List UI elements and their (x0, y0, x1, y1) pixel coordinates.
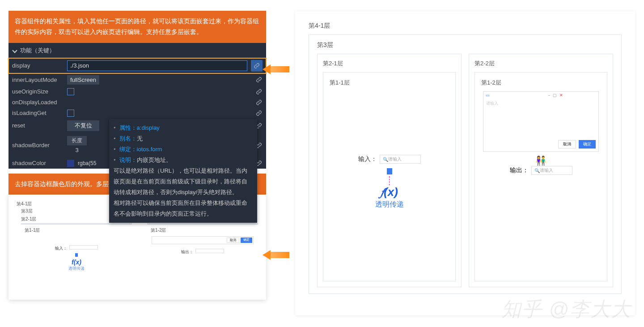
isloadingget-checkbox[interactable] (67, 110, 74, 117)
link-icon[interactable] (251, 60, 263, 72)
people-icon: 👫 (535, 156, 547, 166)
prop-row-isloadingget: isLoadingGet (8, 108, 266, 119)
length-value[interactable]: 3 (67, 145, 87, 155)
cancel-button[interactable]: 取消 (558, 140, 576, 149)
confirm-button[interactable]: 确定 (579, 140, 596, 149)
search-input[interactable]: 🔍 请输入 (380, 155, 421, 164)
close-icon[interactable]: ✕ (559, 93, 563, 98)
prop-row-innerlayout: innerLayoutMode fullScreen (8, 73, 266, 86)
link-icon[interactable] (255, 110, 263, 117)
layer-label: 第1-1层 (21, 225, 132, 235)
prop-label: shadowColor (12, 160, 64, 166)
prop-label: reset (12, 122, 64, 129)
fx-label: 透明传递 (21, 266, 132, 272)
fx-label: 透明传递 (358, 200, 421, 209)
section-title: 功能（关键） (20, 47, 55, 55)
layer-title-41: 第4-1层 (309, 22, 622, 30)
output-label: 输出： (510, 166, 529, 174)
chevron-down-icon (12, 48, 17, 53)
prop-label: isLoadingGet (12, 110, 64, 116)
mini-output (195, 249, 224, 253)
layer1-2-box: 第1-2层 ▭ − ▢ ✕ 请输入 取消 (475, 72, 607, 281)
prop-label: innerLayoutMode (12, 76, 64, 83)
prop-row-display[interactable]: display (8, 58, 266, 73)
node-icon (387, 168, 392, 174)
node-icon (75, 253, 78, 257)
mini-cancel: 取消 (227, 238, 239, 243)
display-input[interactable] (67, 60, 247, 71)
output-field[interactable]: 🔍 请输入 (531, 166, 572, 175)
mini-input (69, 245, 98, 250)
dialog-mock: ▭ − ▢ ✕ 请输入 取消 确定 (483, 91, 599, 152)
layer1-1-box: 第1-1层 输入： 🔍 请输入 𝑓(x) 透明传递 (323, 72, 456, 281)
arrow-body (271, 66, 289, 72)
arrow-body (271, 252, 289, 258)
color-value: rgba(55 (78, 160, 96, 166)
prop-label: display (12, 62, 64, 69)
properties-panel: 功能（关键） display innerLayoutMode fullScree… (8, 43, 266, 169)
layer-title-22: 第2-2层 (475, 59, 607, 68)
prop-label: shadowBorder (12, 142, 64, 149)
input-label: 输入： (358, 155, 377, 163)
prop-label: onDisplayLoaded (12, 99, 64, 106)
dialog-title-icon: ▭ (486, 93, 490, 98)
minimize-icon[interactable]: − (548, 93, 550, 98)
link-icon[interactable] (255, 99, 263, 106)
layer-title-11: 第1-1层 (330, 79, 449, 87)
dialog-body[interactable]: 请输入 (483, 99, 598, 137)
watermark: 知乎 @李大大 (501, 296, 631, 323)
prop-row-ondisplayloaded: onDisplayLoaded (8, 97, 266, 108)
link-icon[interactable] (255, 76, 263, 83)
connector-line (389, 176, 390, 185)
useoriginsize-checkbox[interactable] (67, 88, 74, 95)
length-label: 长度 (67, 136, 87, 145)
mini-box-left: 第1-1层 输入： f(x) 透明传递 (21, 223, 132, 275)
right-preview-panel: 第4-1层 第3层 第2-1层 第1-1层 输入： 🔍 请输入 𝑓(x) (295, 11, 635, 315)
layer-title-21: 第2-1层 (323, 59, 456, 68)
mini-input-label: 输入： (55, 246, 67, 251)
callout-top: 容器组件的相关属性，填入其他任一页面的路径，就可以将该页面嵌套过来，作为容器组件… (8, 11, 266, 43)
link-icon[interactable] (255, 88, 263, 95)
arrow-left-icon (263, 250, 271, 260)
fx-icon: 𝑓(x) (358, 185, 421, 199)
layer-label: 第1-2层 (147, 225, 258, 235)
fx-icon: f(x) (21, 259, 132, 266)
prop-row-useoriginsize: useOriginSize (8, 86, 266, 97)
mini-box-right: 第1-2层 取消 确定 输出： (147, 223, 258, 275)
layer-title-12: 第1-2层 (481, 79, 601, 87)
color-swatch[interactable] (67, 160, 74, 167)
section-header-functions[interactable]: 功能（关键） (8, 43, 266, 58)
prop-label: useOriginSize (12, 88, 64, 95)
innerlayout-select[interactable]: fullScreen (67, 75, 99, 85)
reset-select[interactable]: 不复位 (67, 120, 99, 131)
mini-output-label: 输出： (181, 250, 193, 254)
layer-title-3: 第3层 (317, 41, 613, 49)
property-tooltip: 属性：a:display 别名：无 绑定：iotos.form 说明：内嵌页地址… (109, 119, 257, 223)
maximize-icon[interactable]: ▢ (553, 93, 557, 98)
arrow-left-icon (263, 64, 271, 74)
mini-confirm: 确定 (241, 238, 252, 243)
